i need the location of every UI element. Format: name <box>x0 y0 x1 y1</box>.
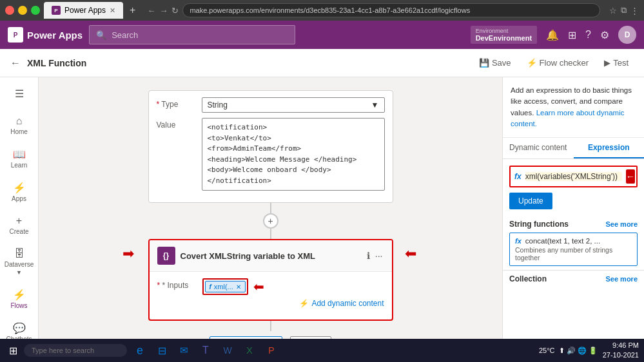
update-button[interactable]: Update <box>509 193 552 209</box>
string-functions-header: String functions See more <box>503 216 644 233</box>
sidebar-hamburger[interactable]: ☰ <box>10 82 29 105</box>
new-tab-button[interactable]: + <box>127 5 138 16</box>
extension-btn[interactable]: ⧉ <box>621 5 627 15</box>
expression-enter-btn[interactable]: ← <box>626 169 635 184</box>
connector-1: + <box>263 203 278 239</box>
collection-see-more[interactable]: See more <box>605 275 638 283</box>
taskbar-icon-store[interactable]: ⊟ <box>151 340 172 361</box>
xml-node-body: * * Inputs f xml(... ✕ <box>150 272 392 319</box>
help-icon[interactable]: ? <box>585 29 591 41</box>
app-logo: P Power Apps <box>8 27 83 43</box>
browser-menu-btn[interactable]: ⋮ <box>630 5 639 15</box>
taskbar-icon-teams[interactable]: T <box>195 340 216 361</box>
sidebar-dataverse-label: Dataverse <box>5 261 34 268</box>
address-bar[interactable]: make.powerapps.com/environments/d3ecb835… <box>182 3 600 17</box>
type-select[interactable]: String ▼ <box>202 97 385 113</box>
tab-dynamic-content[interactable]: Dynamic content <box>503 138 574 158</box>
function-name: concat(text 1, text 2, ... <box>525 237 600 245</box>
taskbar-icon-word[interactable]: W <box>217 340 238 361</box>
grid-icon[interactable]: ⊞ <box>568 29 576 41</box>
taskbar-icon-edge[interactable]: e <box>130 340 150 361</box>
taskbar: ⊞ e ⊟ ✉ T W X P 25°C ⬆ 🔊 🌐 🔋 9:46 PM 27-… <box>0 339 644 362</box>
taskbar-search-input[interactable] <box>24 344 127 357</box>
type-field-value[interactable]: String ▼ <box>202 97 385 113</box>
tab-expression[interactable]: Expression <box>574 138 645 158</box>
enter-icon: ← <box>626 171 635 182</box>
collection-header: Collection See more <box>503 270 644 287</box>
flow-checker-btn[interactable]: ⚡ Flow checker <box>522 55 594 70</box>
taskbar-start-btn[interactable]: ⊞ <box>5 342 21 359</box>
concat-function-item[interactable]: fx concat(text 1, text 2, ... Combines a… <box>509 233 638 266</box>
connector-line-3 <box>270 321 271 331</box>
test-btn[interactable]: ▶ Test <box>599 55 634 70</box>
sidebar-item-flows[interactable]: ⚡ Flows <box>0 283 38 314</box>
settings-icon[interactable]: ⚙ <box>600 29 609 41</box>
save-toolbar-btn[interactable]: 💾 Save <box>474 55 516 70</box>
add-step-btn-1[interactable]: + <box>263 213 278 229</box>
xml-node-icon: {} <box>157 247 175 265</box>
value-field-row: Value <notification> <to>Venkat</to> <fr… <box>157 118 385 191</box>
forward-browser-btn[interactable]: → <box>159 6 168 15</box>
input-tag-text: xml(... <box>214 283 233 291</box>
string-functions-see-more[interactable]: See more <box>605 220 638 228</box>
xml-node-info-btn[interactable]: ℹ <box>366 249 371 262</box>
sidebar-home-label: Home <box>10 128 28 135</box>
app-bar-right: Environment DevEnvironment 🔔 ⊞ ? ⚙ D <box>471 26 636 44</box>
tab-close-icon[interactable]: ✕ <box>110 6 115 15</box>
taskbar-icon-mail[interactable]: ✉ <box>173 340 194 361</box>
bell-icon[interactable]: 🔔 <box>546 29 559 41</box>
back-icon: ← <box>10 57 21 69</box>
expression-input-row: fx ← <box>509 166 638 187</box>
panel-description: Add an expression to do basic things lik… <box>503 77 644 138</box>
taskbar-clock: 9:46 PM 27-10-2021 <box>603 341 639 361</box>
inputs-field-value: f xml(... ✕ ⬅ <box>202 278 384 308</box>
save-toolbar-label: Save <box>492 58 511 68</box>
win-max-btn[interactable] <box>31 6 40 15</box>
sidebar-item-dataverse[interactable]: 🗄 Dataverse ▼ <box>0 243 38 281</box>
win-min-btn[interactable] <box>18 6 27 15</box>
input-tag[interactable]: f xml(... ✕ <box>205 281 246 292</box>
back-browser-btn[interactable]: ← <box>147 6 155 15</box>
connector-line-2 <box>270 229 271 239</box>
xml-node-more-btn[interactable]: ··· <box>374 249 384 262</box>
xml-node-header: {} Covert XMLString variable to XML ℹ ··… <box>150 240 392 272</box>
sidebar-item-create[interactable]: + Create <box>0 210 38 240</box>
env-name: DevEnvironment <box>476 34 532 42</box>
systray-icons: ⬆ 🔊 🌐 🔋 <box>559 347 598 355</box>
xml-node-actions: ℹ ··· <box>366 249 384 262</box>
expression-area: fx ← Update <box>503 159 644 216</box>
app-bar: P Power Apps 🔍 Search Environment DevEnv… <box>0 21 644 49</box>
inputs-row: f xml(... ✕ ⬅ <box>202 278 384 295</box>
sidebar-item-home[interactable]: ⌂ Home <box>0 110 38 140</box>
clock-date: 27-10-2021 <box>603 350 639 360</box>
flow-title: XML Function <box>27 58 86 68</box>
value-textarea[interactable]: <notification> <to>Venkat</to> <from>Adm… <box>202 118 385 191</box>
inputs-field-label: * * Inputs <box>157 278 196 290</box>
add-dynamic-content-link[interactable]: ⚡ Add dynamic content <box>299 299 384 308</box>
func-icon: fx <box>515 237 522 245</box>
app-logo-text: Power Apps <box>27 30 83 41</box>
input-tag-close[interactable]: ✕ <box>236 283 241 291</box>
dataverse-icon: 🗄 <box>14 248 24 260</box>
type-field-row: * Type String ▼ <box>157 97 385 113</box>
flow-container: * Type String ▼ Value <box>142 90 400 355</box>
value-field-value[interactable]: <notification> <to>Venkat</to> <from>Adm… <box>202 118 385 191</box>
avatar[interactable]: D <box>618 26 636 44</box>
reload-browser-btn[interactable]: ↻ <box>171 6 179 15</box>
browser-tab[interactable]: P Power Apps ✕ <box>44 2 123 19</box>
taskbar-icon-powerpoint[interactable]: P <box>261 340 282 361</box>
win-close-btn[interactable] <box>5 6 14 15</box>
search-placeholder: Search <box>112 30 138 40</box>
search-bar[interactable]: 🔍 Search <box>89 25 295 44</box>
taskbar-icon-excel[interactable]: X <box>239 340 260 361</box>
taskbar-systray: 25°C ⬆ 🔊 🌐 🔋 <box>539 347 598 355</box>
sidebar-item-apps[interactable]: ⚡ Apps <box>0 176 38 207</box>
sidebar-flows-label: Flows <box>10 302 27 309</box>
apps-icon: ⚡ <box>13 182 26 194</box>
tab-dynamic-label: Dynamic content <box>509 143 567 152</box>
back-button[interactable]: ← <box>10 57 21 69</box>
expression-input[interactable] <box>525 172 622 181</box>
sidebar-item-learn[interactable]: 📖 Learn <box>0 143 38 174</box>
xml-node-wrapper: ➡ ⬅ {} Covert XMLString variable to XML … <box>148 239 393 321</box>
star-btn[interactable]: ☆ <box>609 5 617 15</box>
